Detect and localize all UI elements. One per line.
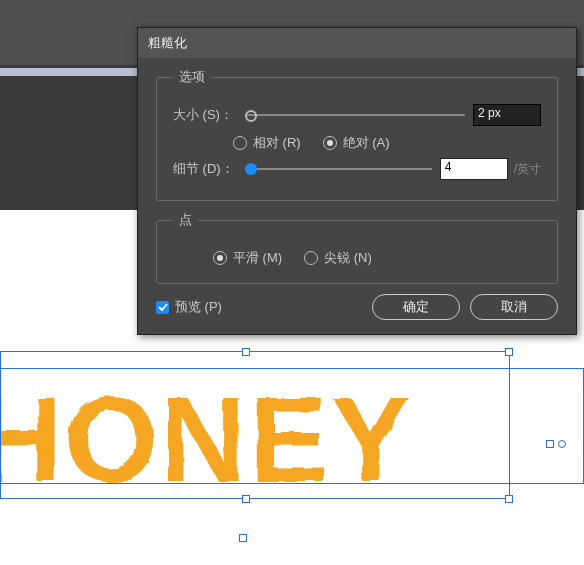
handle-bottom-right[interactable] (505, 495, 513, 503)
points-mode-group: 平滑 (M) 尖锐 (N) (213, 249, 541, 267)
dialog-title[interactable]: 粗糙化 (138, 28, 576, 58)
ok-button[interactable]: 确定 (372, 294, 460, 320)
size-input[interactable]: 2 px (473, 104, 541, 126)
relative-label: 相对 (R) (253, 134, 301, 152)
preview-label: 预览 (P) (175, 298, 222, 316)
options-legend: 选项 (173, 68, 211, 86)
size-label: 大小 (S)： (173, 106, 245, 124)
roughen-dialog: 粗糙化 选项 大小 (S)： 2 px 相对 (R) 绝对 (A) (137, 27, 577, 335)
detail-slider[interactable] (245, 161, 432, 177)
preview-checkbox[interactable]: 预览 (P) (156, 298, 222, 316)
sharp-label: 尖锐 (N) (324, 249, 372, 267)
handle-top-right[interactable] (505, 348, 513, 356)
handle-side[interactable] (546, 440, 554, 448)
options-group: 选项 大小 (S)： 2 px 相对 (R) 绝对 (A) (156, 68, 558, 201)
smooth-label: 平滑 (M) (233, 249, 282, 267)
detail-input[interactable]: 4 (440, 158, 508, 180)
sharp-radio[interactable]: 尖锐 (N) (304, 249, 372, 267)
handle-top[interactable] (242, 348, 250, 356)
cancel-button[interactable]: 取消 (470, 294, 558, 320)
handle-bottom-center[interactable] (239, 534, 247, 542)
absolute-label: 绝对 (A) (343, 134, 390, 152)
points-legend: 点 (173, 211, 198, 229)
absolute-radio[interactable]: 绝对 (A) (323, 134, 390, 152)
size-slider[interactable] (245, 107, 465, 123)
handle-bottom[interactable] (242, 495, 250, 503)
relative-radio[interactable]: 相对 (R) (233, 134, 301, 152)
points-group: 点 平滑 (M) 尖锐 (N) (156, 211, 558, 284)
size-row: 大小 (S)： 2 px (173, 104, 541, 126)
check-icon (156, 301, 169, 314)
detail-label: 细节 (D)： (173, 160, 245, 178)
handle-side-out[interactable] (558, 440, 566, 448)
detail-unit: /英寸 (514, 161, 541, 178)
size-mode-group: 相对 (R) 绝对 (A) (233, 134, 541, 152)
selection-inner[interactable] (0, 368, 584, 484)
detail-row: 细节 (D)： 4 /英寸 (173, 158, 541, 180)
dialog-footer: 预览 (P) 确定 取消 (156, 294, 558, 320)
smooth-radio[interactable]: 平滑 (M) (213, 249, 282, 267)
